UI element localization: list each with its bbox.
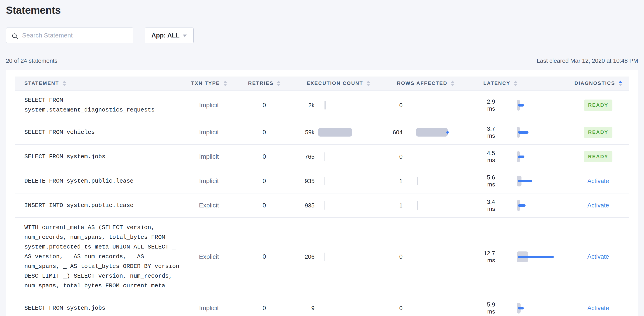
latency-bar — [518, 256, 554, 258]
diagnostics-ready-badge[interactable]: READY — [584, 100, 612, 111]
txn-type-cell: Explicit — [182, 253, 236, 260]
rows-affected-value: 1 — [389, 178, 402, 185]
table-body: SELECT FROM system.statement_diagnostics… — [15, 90, 629, 316]
latency-cell: 2.9 ms — [479, 98, 570, 112]
execution-count-cell: 935 — [292, 200, 389, 211]
app-filter-dropdown[interactable]: App: ALL — [145, 28, 194, 43]
table-row: SELECT FROM vehiclesImplicit059k6043.7 m… — [15, 120, 629, 145]
execution-count-value: 935 — [292, 178, 314, 185]
column-header-statement[interactable]: STATEMENT — [15, 80, 182, 86]
rows-affected-bar-zone — [416, 176, 479, 187]
retries-value: 0 — [262, 129, 266, 136]
diagnostics-cell: READY — [570, 100, 627, 111]
rows-affected-dot — [446, 131, 449, 134]
txn-type-cell: Implicit — [182, 102, 236, 109]
execution-count-value: 935 — [292, 202, 314, 209]
column-header-latency[interactable]: LATENCY — [479, 80, 570, 86]
txn-type-value: Implicit — [199, 178, 219, 185]
statements-table: STATEMENTTXN TYPERETRIESEXECUTION COUNTR… — [6, 70, 638, 316]
latency-cell: 3.7 ms — [479, 125, 570, 139]
column-header-rows-affected[interactable]: ROWS AFFECTED — [389, 80, 479, 86]
sort-up-icon — [277, 80, 280, 82]
execution-count-value: 765 — [292, 153, 314, 160]
txn-type-cell: Explicit — [182, 202, 236, 209]
search-input[interactable] — [6, 28, 133, 43]
latency-cell: 5.6 ms — [479, 174, 570, 188]
search-box[interactable] — [6, 28, 133, 43]
retries-cell: 0 — [236, 305, 292, 312]
diagnostics-activate-link[interactable]: Activate — [587, 178, 609, 185]
sort-up-icon — [367, 80, 370, 82]
execution-count-bar — [324, 152, 325, 161]
latency-bar-zone — [517, 176, 570, 187]
statement-link[interactable]: WITH current_meta AS (SELECT version, nu… — [24, 223, 182, 291]
execution-count-cell: 9 — [292, 302, 389, 314]
statement-link[interactable]: SELECT FROM system.jobs — [24, 303, 106, 313]
statement-link[interactable]: DELETE FROM system.public.lease — [24, 176, 134, 186]
txn-type-value: Implicit — [199, 102, 219, 109]
rows-affected-bar — [417, 177, 418, 185]
diagnostics-activate-link[interactable]: Activate — [587, 305, 609, 312]
diagnostics-cell: READY — [570, 151, 627, 162]
latency-bar-zone — [517, 302, 570, 314]
diagnostics-ready-badge[interactable]: READY — [584, 127, 612, 138]
execution-count-bar — [324, 201, 325, 210]
txn-type-value: Explicit — [199, 253, 219, 260]
latency-value: 12.7 ms — [479, 250, 495, 264]
retries-value: 0 — [262, 202, 266, 209]
execution-count-bar-zone — [318, 251, 389, 262]
execution-count-bar-zone — [318, 151, 389, 162]
statement-link[interactable]: INSERT INTO system.public.lease — [24, 201, 134, 210]
sort-arrows-icon — [367, 80, 370, 86]
execution-count-value: 206 — [292, 253, 314, 260]
column-header-retries[interactable]: RETRIES — [236, 80, 292, 86]
statement-link[interactable]: SELECT FROM system.statement_diagnostics… — [24, 96, 182, 115]
rows-affected-value: 0 — [389, 305, 402, 312]
sort-up-icon — [451, 80, 454, 82]
rows-affected-value: 0 — [389, 153, 402, 160]
column-header-diagnostics[interactable]: DIAGNOSTICS — [570, 80, 627, 86]
rows-affected-bar-zone — [416, 302, 479, 314]
diagnostics-activate-link[interactable]: Activate — [587, 202, 609, 209]
latency-value: 5.6 ms — [479, 174, 495, 188]
column-header-txn-type[interactable]: TXN TYPE — [182, 80, 236, 86]
table-row: SELECT FROM system.statement_diagnostics… — [15, 90, 629, 120]
table-row: WITH current_meta AS (SELECT version, nu… — [15, 218, 629, 296]
rows-affected-bar-zone — [416, 127, 479, 138]
sort-down-icon — [277, 84, 280, 86]
rows-affected-cell: 0 — [389, 100, 479, 111]
statement-count: 20 of 24 statements — [6, 57, 57, 64]
statement-cell: WITH current_meta AS (SELECT version, nu… — [15, 223, 182, 291]
statement-cell: DELETE FROM system.public.lease — [15, 176, 182, 186]
rows-affected-value: 0 — [389, 102, 402, 109]
column-header-label: RETRIES — [248, 80, 274, 86]
table-row: DELETE FROM system.public.leaseImplicit0… — [15, 169, 629, 194]
column-header-label: TXN TYPE — [191, 80, 220, 86]
diagnostics-activate-link[interactable]: Activate — [587, 253, 609, 260]
rows-affected-value: 604 — [389, 129, 402, 136]
retries-value: 0 — [262, 253, 266, 260]
execution-count-bar-zone — [318, 127, 389, 138]
sort-down-icon — [63, 84, 66, 86]
sort-up-icon — [514, 80, 517, 82]
rows-affected-bar — [417, 201, 418, 210]
statement-link[interactable]: SELECT FROM vehicles — [24, 128, 95, 137]
column-header-label: DIAGNOSTICS — [574, 80, 615, 86]
sort-down-icon — [514, 84, 517, 86]
retries-value: 0 — [262, 153, 266, 160]
statement-link[interactable]: SELECT FROM system.jobs — [24, 152, 106, 162]
latency-cell: 3.4 ms — [479, 198, 570, 212]
statement-cell: SELECT FROM system.jobs — [15, 303, 182, 313]
latency-bar — [518, 204, 526, 207]
txn-type-cell: Implicit — [182, 304, 236, 312]
table-header-row: STATEMENTTXN TYPERETRIESEXECUTION COUNTR… — [15, 76, 629, 90]
rows-affected-bar-zone — [416, 200, 479, 211]
latency-value: 4.5 ms — [479, 150, 495, 164]
execution-count-bar — [324, 252, 325, 261]
diagnostics-ready-badge[interactable]: READY — [584, 151, 612, 162]
column-header-label: STATEMENT — [24, 80, 59, 86]
column-header-execution-count[interactable]: EXECUTION COUNT — [292, 80, 389, 86]
sort-up-icon — [63, 80, 66, 82]
rows-affected-cell: 1 — [389, 176, 479, 187]
statement-cell: INSERT INTO system.public.lease — [15, 201, 182, 210]
